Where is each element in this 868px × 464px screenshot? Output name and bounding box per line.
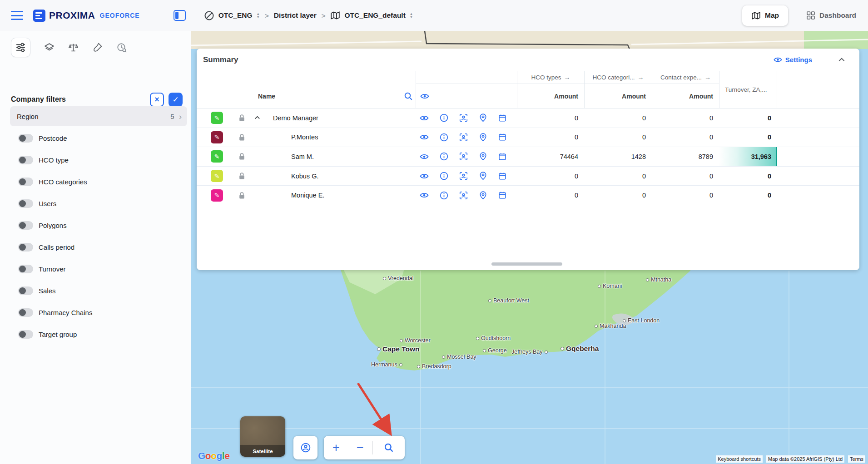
- layer-select-arrows-icon[interactable]: ▲▼: [410, 12, 413, 19]
- row-name[interactable]: P.Montes: [291, 133, 318, 141]
- row-eye-icon[interactable]: [420, 133, 429, 142]
- toggle-switch[interactable]: [18, 221, 33, 230]
- google-logo[interactable]: Google: [198, 450, 229, 461]
- column-group-hco-categories[interactable]: HCO categori...→: [584, 71, 652, 84]
- collapse-panel-icon[interactable]: [838, 56, 846, 64]
- region-filter-row[interactable]: Region 5 ›: [10, 106, 187, 126]
- breadcrumb-layer[interactable]: OTC_ENG_default: [344, 11, 405, 20]
- edit-pencil-icon[interactable]: ✎: [211, 189, 223, 202]
- row-focus-icon[interactable]: [459, 114, 468, 122]
- city-dot-icon: [646, 278, 649, 281]
- locate-me-button[interactable]: [293, 436, 317, 459]
- row-info-icon[interactable]: [440, 172, 448, 180]
- hamburger-menu-icon[interactable]: [11, 11, 23, 20]
- keyboard-shortcuts-link[interactable]: Keyboard shortcuts: [716, 455, 763, 463]
- toggle-switch[interactable]: [18, 265, 33, 273]
- paint-tool-icon[interactable]: [92, 42, 103, 53]
- row-info-icon[interactable]: [440, 114, 448, 122]
- toggle-calls-period[interactable]: Calls period: [11, 236, 191, 258]
- column-turnover-header[interactable]: Turnover, ZA,...: [719, 71, 777, 108]
- row-name[interactable]: Demo Manager: [273, 114, 318, 122]
- project-select-arrows-icon[interactable]: ▲▼: [257, 12, 260, 19]
- table-row[interactable]: ✎ Demo Manager 0 0 0 0: [197, 109, 859, 128]
- toggle-switch[interactable]: [18, 199, 33, 208]
- table-row[interactable]: ✎ P.Montes 0 0 0 0: [197, 128, 859, 148]
- settings-button[interactable]: Settings: [774, 55, 812, 64]
- edit-pencil-icon[interactable]: ✎: [211, 112, 223, 124]
- row-focus-icon[interactable]: [459, 133, 468, 142]
- row-calendar-icon[interactable]: [498, 133, 506, 141]
- map-view-button[interactable]: Map: [742, 5, 788, 26]
- apply-filters-button[interactable]: ✓: [169, 93, 183, 107]
- row-location-icon[interactable]: [479, 133, 487, 142]
- toggle-switch[interactable]: [18, 156, 33, 164]
- row-focus-icon[interactable]: [459, 152, 468, 161]
- turnover-cell: 0: [719, 186, 777, 205]
- row-focus-icon[interactable]: [459, 191, 468, 200]
- eye-icon[interactable]: [420, 92, 429, 101]
- toggle-sales[interactable]: Sales: [11, 280, 191, 301]
- row-location-icon[interactable]: [479, 172, 487, 180]
- edit-pencil-icon[interactable]: ✎: [211, 150, 223, 163]
- toggle-hco-categories[interactable]: HCO categories: [11, 171, 191, 193]
- layers-tool-icon[interactable]: [44, 42, 55, 53]
- row-calendar-icon[interactable]: [498, 191, 506, 199]
- terms-link[interactable]: Terms: [848, 455, 865, 463]
- zoom-area-search-button[interactable]: [373, 436, 405, 459]
- row-location-icon[interactable]: [479, 152, 487, 161]
- row-eye-icon[interactable]: [420, 172, 429, 181]
- edit-pencil-icon[interactable]: ✎: [211, 131, 223, 143]
- row-name[interactable]: Sam M.: [291, 153, 314, 160]
- row-name[interactable]: Kobus G.: [291, 173, 318, 180]
- toggle-switch[interactable]: [18, 308, 33, 317]
- row-info-icon[interactable]: [440, 191, 448, 200]
- zoom-in-button[interactable]: +: [324, 436, 348, 459]
- breadcrumb-project[interactable]: OTC_ENG: [218, 11, 253, 20]
- toggle-postcode[interactable]: Postcode: [11, 127, 191, 149]
- toggle-switch[interactable]: [18, 243, 33, 252]
- toggle-target-group[interactable]: Target group: [11, 323, 191, 345]
- toggle-switch[interactable]: [18, 330, 33, 339]
- history-search-tool-icon[interactable]: [116, 42, 127, 53]
- toggle-switch[interactable]: [18, 286, 33, 295]
- row-focus-icon[interactable]: [459, 172, 468, 180]
- row-calendar-icon[interactable]: [498, 114, 506, 122]
- header-spacer: [197, 71, 416, 84]
- toggle-switch[interactable]: [18, 134, 33, 143]
- row-name[interactable]: Monique E.: [291, 192, 324, 199]
- row-calendar-icon[interactable]: [498, 153, 506, 161]
- toggle-turnover[interactable]: Turnover: [11, 258, 191, 280]
- zoom-out-button[interactable]: −: [348, 436, 372, 459]
- dashboard-view-button[interactable]: Dashboard: [806, 11, 856, 20]
- row-eye-icon[interactable]: [420, 191, 429, 200]
- filters-tool-icon[interactable]: [11, 38, 30, 57]
- row-calendar-icon[interactable]: [498, 172, 506, 180]
- row-eye-icon[interactable]: [420, 114, 429, 123]
- horizontal-scrollbar[interactable]: [491, 262, 562, 266]
- column-group-hco-types[interactable]: HCO types→: [517, 71, 584, 84]
- search-icon[interactable]: [404, 92, 413, 101]
- row-location-icon[interactable]: [479, 114, 487, 122]
- toggle-hco-type[interactable]: HCO type: [11, 149, 191, 171]
- table-row[interactable]: ✎ Sam M. 74464 1428 8789 31,963: [197, 147, 859, 167]
- row-info-icon[interactable]: [440, 152, 448, 161]
- table-row[interactable]: ✎ Monique E. 0 0 0 0: [197, 186, 859, 205]
- collapse-row-icon[interactable]: [254, 114, 261, 121]
- column-group-contact-expenses[interactable]: Contact expe...→: [652, 71, 719, 84]
- breadcrumb-level[interactable]: District layer: [274, 11, 317, 20]
- amount-cell: 0: [652, 192, 719, 199]
- sidebar-toggle-icon[interactable]: [174, 10, 186, 21]
- toggle-polygons[interactable]: Polygons: [11, 214, 191, 236]
- toggle-users[interactable]: Users: [11, 193, 191, 214]
- toggle-switch[interactable]: [18, 178, 33, 186]
- amount-cell: 8789: [652, 153, 719, 160]
- row-info-icon[interactable]: [440, 133, 448, 142]
- compare-scale-tool-icon[interactable]: [68, 42, 79, 53]
- row-eye-icon[interactable]: [420, 152, 429, 161]
- satellite-layer-button[interactable]: Satellite: [240, 416, 285, 457]
- edit-pencil-icon[interactable]: ✎: [211, 170, 223, 182]
- table-row[interactable]: ✎ Kobus G. 0 0 0 0: [197, 167, 859, 186]
- toggle-pharmacy-chains[interactable]: Pharmacy Chains: [11, 301, 191, 323]
- clear-filters-button[interactable]: ×: [150, 93, 164, 107]
- row-location-icon[interactable]: [479, 191, 487, 200]
